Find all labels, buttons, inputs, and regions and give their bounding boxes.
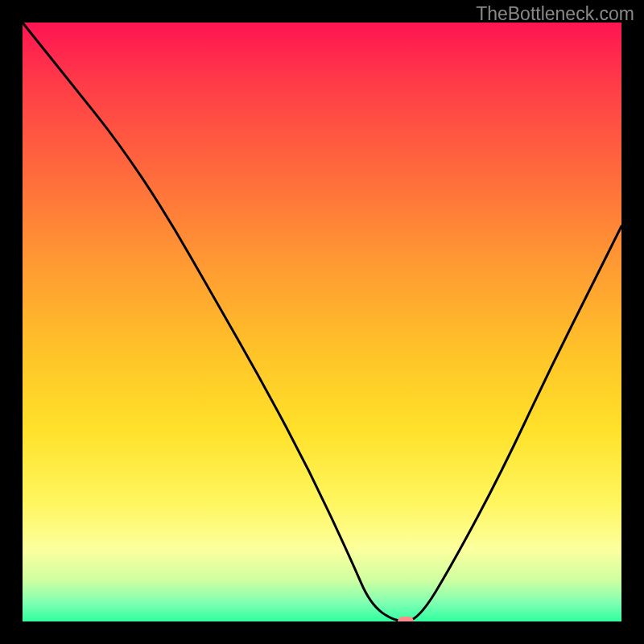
watermark-label: TheBottleneck.com xyxy=(476,3,634,25)
optimal-marker xyxy=(398,617,414,621)
plot-area xyxy=(23,23,621,621)
chart-container: TheBottleneck.com xyxy=(0,0,644,644)
bottleneck-curve xyxy=(23,23,621,621)
